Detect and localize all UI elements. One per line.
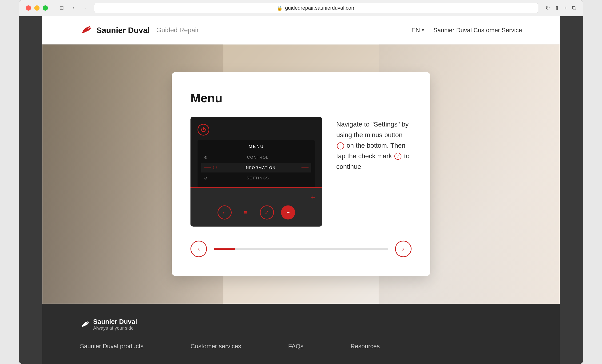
selection-line-left xyxy=(204,167,211,168)
device-control-buttons: ← ≡ ✓ − xyxy=(197,205,315,220)
menu-item-control: ⊙ CONTROL xyxy=(201,153,311,162)
progress-fill xyxy=(214,248,235,250)
url-text: guidedrepair.saunierduval.com xyxy=(285,5,355,11)
footer-link-products[interactable]: Saunier Duval products xyxy=(80,343,143,350)
main-content-card: Menu ⏻ MENU xyxy=(172,72,430,276)
tab-icon: ⊡ xyxy=(57,4,66,12)
footer-link-resources[interactable]: Resources xyxy=(351,343,380,350)
maximize-window-button[interactable] xyxy=(43,5,48,11)
tabs-button[interactable]: ⧉ xyxy=(572,5,576,11)
selection-line-right xyxy=(301,167,309,168)
chevron-down-icon: ▾ xyxy=(422,28,424,33)
hero-area: Menu ⏻ MENU xyxy=(42,44,560,304)
browser-chrome: ⊡ ‹ › 🔒 guidedrepair.saunierduval.com ↻ … xyxy=(19,0,583,16)
plus-button: + xyxy=(197,193,315,202)
progress-navigation: ‹ › xyxy=(191,241,411,257)
instructions-text: Navigate to "Settings" by using the minu… xyxy=(336,119,411,172)
footer-link-customer-services[interactable]: Customer services xyxy=(191,343,241,350)
device-bottom-controls: + ← ≡ ✓ − xyxy=(191,188,322,227)
instruction-part1: Navigate to "Settings" by using the minu… xyxy=(336,121,409,139)
logo-area: Saunier Duval Guided Repair xyxy=(80,24,199,36)
device-top-area: ⏻ MENU ⊙ CONTROL xyxy=(191,117,322,187)
brand-logo-icon xyxy=(80,24,92,36)
menu-label-control: CONTROL xyxy=(207,155,309,160)
footer-brand-text: Saunier Duval Always at your side xyxy=(93,318,137,331)
power-button-icon: ⏻ xyxy=(197,124,209,136)
site-footer: Saunier Duval Always at your side Saunie… xyxy=(42,304,560,364)
customer-service-link[interactable]: Saunier Duval Customer Service xyxy=(433,27,522,34)
footer-brand-name: Saunier Duval xyxy=(93,318,137,325)
instructions-area: Navigate to "Settings" by using the minu… xyxy=(336,117,411,172)
browser-frame: ⊡ ‹ › 🔒 guidedrepair.saunierduval.com ↻ … xyxy=(19,0,583,364)
menu-item-information: ⓘ INFORMATION xyxy=(201,163,311,172)
card-title: Menu xyxy=(191,91,411,105)
browser-navigation: ⊡ ‹ › xyxy=(57,4,89,12)
checkmark-icon-inline: ✓ xyxy=(394,153,401,160)
footer-link-faqs[interactable]: FAQs xyxy=(288,343,304,350)
address-bar[interactable]: 🔒 guidedrepair.saunierduval.com xyxy=(94,3,538,13)
footer-logo-area: Saunier Duval Always at your side xyxy=(80,318,522,331)
share-button[interactable]: ⬆ xyxy=(555,5,559,11)
menu-label-information: INFORMATION xyxy=(219,166,301,170)
menu-label-settings: SETTINGS xyxy=(207,176,309,180)
device-display: ⏻ MENU ⊙ CONTROL xyxy=(191,117,322,227)
screen-menu-title: MENU xyxy=(201,144,311,149)
security-icon: 🔒 xyxy=(277,5,283,11)
menu-item-icon-information: ⓘ xyxy=(213,165,217,170)
menu-item-icon-control: ⊙ xyxy=(204,155,207,160)
website: Saunier Duval Guided Repair EN ▾ Saunier… xyxy=(42,16,560,364)
card-content-area: ⏻ MENU ⊙ CONTROL xyxy=(191,117,411,227)
language-label: EN xyxy=(411,27,420,34)
previous-button[interactable]: ‹ xyxy=(191,241,207,257)
menu-item-settings: ⊙ SETTINGS xyxy=(201,173,311,183)
progress-track xyxy=(214,248,388,250)
device-screen: MENU ⊙ CONTROL ⓘ xyxy=(197,140,315,187)
menu-item-icon-settings: ⊙ xyxy=(204,176,207,180)
device-header-bar: ⏻ xyxy=(197,124,315,136)
language-selector[interactable]: EN ▾ xyxy=(411,27,424,34)
browser-action-buttons: ↻ ⬆ + ⧉ xyxy=(545,5,576,11)
reload-button[interactable]: ↻ xyxy=(545,5,550,11)
forward-button: › xyxy=(81,4,89,12)
header-navigation: EN ▾ Saunier Duval Customer Service xyxy=(411,27,522,34)
footer-tagline: Always at your side xyxy=(93,325,137,331)
new-tab-button[interactable]: + xyxy=(564,5,568,11)
site-header: Saunier Duval Guided Repair EN ▾ Saunier… xyxy=(42,16,560,44)
minus-icon-inline: − xyxy=(337,142,344,149)
app-subtitle: Guided Repair xyxy=(156,26,199,34)
footer-logo-icon xyxy=(80,320,89,329)
window-controls xyxy=(26,5,48,11)
back-arrow-button[interactable]: ← xyxy=(217,205,232,220)
menu-button[interactable]: ≡ xyxy=(239,205,253,220)
brand-name: Saunier Duval xyxy=(97,26,150,35)
minimize-window-button[interactable] xyxy=(34,5,40,11)
close-window-button[interactable] xyxy=(26,5,31,11)
footer-links: Saunier Duval products Customer services… xyxy=(80,343,522,350)
back-button[interactable]: ‹ xyxy=(69,4,78,12)
checkmark-button[interactable]: ✓ xyxy=(260,205,274,220)
minus-button[interactable]: − xyxy=(281,205,295,220)
next-button[interactable]: › xyxy=(395,241,411,257)
